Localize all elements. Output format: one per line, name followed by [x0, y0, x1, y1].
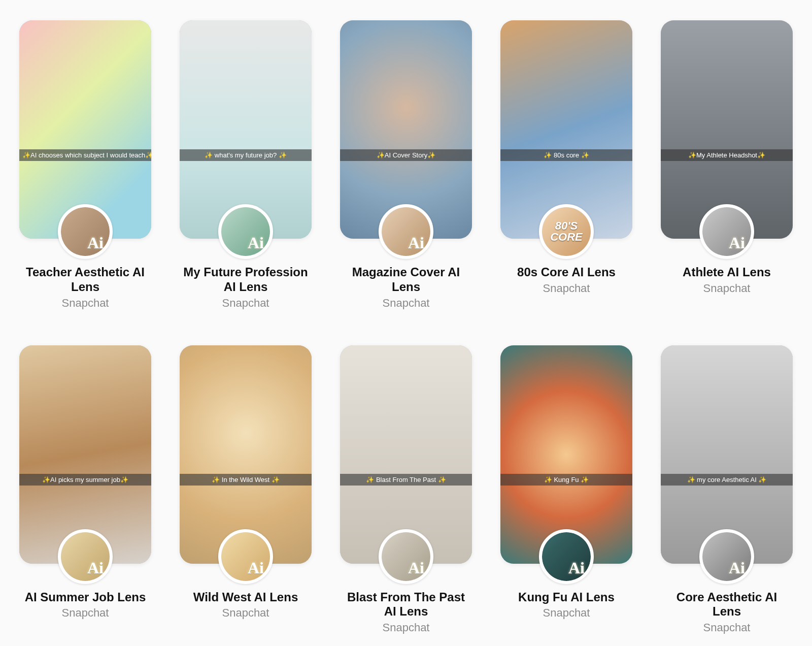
lens-creator: Snapchat — [19, 297, 151, 310]
lens-title: AI Summer Job Lens — [25, 590, 146, 605]
lens-title: Blast From The Past AI Lens — [340, 590, 472, 620]
lens-avatar-badge[interactable]: Ai — [379, 529, 433, 584]
lens-grid: ✨AI chooses which subject I would teach✨… — [15, 20, 797, 634]
lens-title: Teacher Aesthetic AI Lens — [19, 265, 151, 295]
lens-card[interactable]: ✨AI picks my summer job✨ Ai AI Summer Jo… — [15, 345, 155, 635]
lens-thumbnail[interactable]: ✨ 80s core ✨ 80'S CORE — [500, 20, 632, 239]
lens-caption: ✨ In the Wild West ✨ — [180, 474, 312, 486]
lens-creator: Snapchat — [340, 297, 472, 310]
eighties-core-badge: 80'S CORE — [550, 220, 583, 243]
lens-creator: Snapchat — [683, 282, 771, 295]
lens-caption: ✨AI Cover Story✨ — [340, 149, 472, 161]
lens-avatar-badge[interactable]: Ai — [58, 529, 113, 584]
lens-thumbnail[interactable]: ✨ Kung Fu ✨ Ai — [500, 345, 632, 564]
lens-card[interactable]: ✨ Blast From The Past ✨ Ai Blast From Th… — [336, 345, 476, 635]
lens-caption: ✨ 80s core ✨ — [500, 149, 632, 161]
lens-caption: ✨ Kung Fu ✨ — [500, 474, 632, 486]
lens-creator: Snapchat — [25, 606, 146, 620]
lens-thumbnail[interactable]: ✨AI Cover Story✨ Ai — [340, 20, 472, 239]
lens-title: Athlete AI Lens — [683, 265, 771, 280]
lens-title: Core Aesthetic AI Lens — [661, 590, 793, 620]
ai-icon: Ai — [248, 560, 264, 576]
lens-title: Magazine Cover AI Lens — [340, 265, 472, 295]
lens-thumbnail[interactable]: ✨AI chooses which subject I would teach✨… — [19, 20, 151, 239]
ai-icon: Ai — [408, 235, 424, 251]
lens-thumbnail[interactable]: ✨AI picks my summer job✨ Ai — [19, 345, 151, 564]
lens-thumbnail[interactable]: ✨ In the Wild West ✨ Ai — [180, 345, 312, 564]
lens-thumbnail[interactable]: ✨ what's my future job? ✨ Ai — [180, 20, 312, 239]
lens-thumbnail[interactable]: ✨ Blast From The Past ✨ Ai — [340, 345, 472, 564]
lens-caption: ✨ my core Aesthetic AI ✨ — [661, 474, 793, 486]
lens-card[interactable]: ✨ my core Aesthetic AI ✨ Ai Core Aesthet… — [657, 345, 797, 635]
lens-creator: Snapchat — [518, 606, 615, 620]
lens-card[interactable]: ✨My Athlete Headshot✨ Ai Athlete AI Lens… — [657, 20, 797, 310]
lens-caption: ✨AI picks my summer job✨ — [19, 474, 151, 486]
lens-avatar-badge[interactable]: Ai — [539, 529, 594, 584]
lens-avatar-badge[interactable]: Ai — [218, 529, 273, 584]
lens-card[interactable]: ✨ 80s core ✨ 80'S CORE 80s Core AI Lens … — [496, 20, 636, 310]
ai-icon: Ai — [729, 560, 745, 576]
lens-creator: Snapchat — [517, 282, 616, 295]
ai-icon: Ai — [87, 235, 104, 251]
lens-caption: ✨AI chooses which subject I would teach✨ — [19, 149, 151, 161]
lens-thumbnail[interactable]: ✨ my core Aesthetic AI ✨ Ai — [661, 345, 793, 564]
ai-icon: Ai — [87, 560, 104, 576]
ai-icon: Ai — [248, 235, 264, 251]
lens-caption: ✨My Athlete Headshot✨ — [661, 149, 793, 161]
lens-card[interactable]: ✨ what's my future job? ✨ Ai My Future P… — [176, 20, 316, 310]
lens-caption: ✨ what's my future job? ✨ — [180, 149, 312, 161]
lens-title: My Future Profession AI Lens — [180, 265, 312, 295]
ai-icon: Ai — [568, 560, 585, 576]
ai-icon: Ai — [729, 235, 745, 251]
lens-card[interactable]: ✨ Kung Fu ✨ Ai Kung Fu AI Lens Snapchat — [496, 345, 636, 635]
lens-avatar-badge[interactable]: 80'S CORE — [539, 204, 594, 259]
lens-avatar-badge[interactable]: Ai — [699, 529, 754, 584]
lens-avatar-badge[interactable]: Ai — [379, 204, 433, 259]
lens-card[interactable]: ✨ In the Wild West ✨ Ai Wild West AI Len… — [176, 345, 316, 635]
lens-avatar-badge[interactable]: Ai — [699, 204, 754, 259]
lens-title: 80s Core AI Lens — [517, 265, 616, 280]
lens-card[interactable]: ✨AI Cover Story✨ Ai Magazine Cover AI Le… — [336, 20, 476, 310]
lens-creator: Snapchat — [180, 297, 312, 310]
lens-title: Wild West AI Lens — [193, 590, 298, 605]
lens-title: Kung Fu AI Lens — [518, 590, 615, 605]
lens-creator: Snapchat — [661, 621, 793, 634]
lens-caption: ✨ Blast From The Past ✨ — [340, 474, 472, 486]
lens-card[interactable]: ✨AI chooses which subject I would teach✨… — [15, 20, 155, 310]
lens-avatar-badge[interactable]: Ai — [218, 204, 273, 259]
lens-creator: Snapchat — [340, 621, 472, 634]
ai-icon: Ai — [408, 560, 424, 576]
lens-thumbnail[interactable]: ✨My Athlete Headshot✨ Ai — [661, 20, 793, 239]
lens-creator: Snapchat — [193, 606, 298, 620]
lens-avatar-badge[interactable]: Ai — [58, 204, 113, 259]
